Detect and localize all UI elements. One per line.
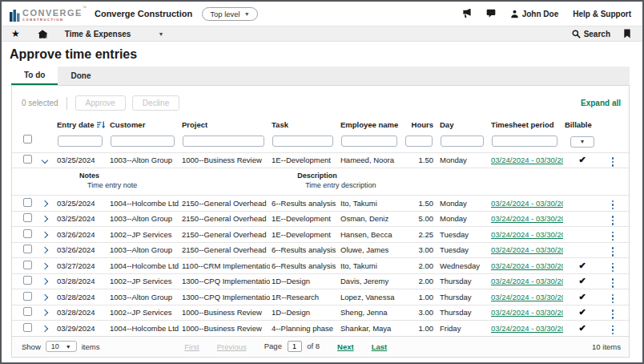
page-number-input[interactable] xyxy=(288,341,302,352)
column-header-employee-name[interactable]: Employee name xyxy=(339,119,403,131)
tab-done[interactable]: Done xyxy=(58,66,103,85)
user-menu[interactable]: John Doe xyxy=(510,10,559,18)
filter-timesheet-period[interactable] xyxy=(492,135,557,147)
column-header-task[interactable]: Task xyxy=(270,119,339,131)
timesheet-period-link[interactable]: 03/24/2024 - 03/30/2024 xyxy=(491,230,563,239)
table-row: 03/28/20241002--JP Services1000--Busines… xyxy=(12,305,629,321)
customer-cell: 1002--JP Services xyxy=(108,230,180,239)
column-header-billable[interactable]: Billable xyxy=(563,119,602,131)
row-checkbox[interactable] xyxy=(23,198,32,207)
expand-row-icon[interactable] xyxy=(42,263,48,269)
timesheet-period-link[interactable]: 03/24/2024 - 03/30/2024 xyxy=(491,214,563,223)
row-actions-menu[interactable] xyxy=(610,293,616,305)
row-checkbox[interactable] xyxy=(23,261,32,269)
search-button[interactable]: Search xyxy=(572,30,610,38)
timesheet-period-link[interactable]: 03/24/2024 - 03/30/2024 xyxy=(491,277,563,285)
row-checkbox[interactable] xyxy=(23,292,32,301)
employee-name-cell: Lopez, Vanessa xyxy=(339,293,403,301)
filter-customer[interactable] xyxy=(111,135,175,147)
bookmark-button[interactable] xyxy=(623,29,631,38)
expand-row-icon[interactable] xyxy=(42,326,48,332)
approve-button[interactable]: Approve xyxy=(75,95,126,111)
row-actions-menu[interactable] xyxy=(610,261,616,274)
timesheet-period-link[interactable]: 03/24/2024 - 03/30/2024 xyxy=(491,156,563,164)
timesheet-period-link[interactable]: 03/24/2024 - 03/30/2024 xyxy=(491,324,563,333)
pagination-bar: Show 10 ▼ items First Previous Page of 8… xyxy=(12,336,629,357)
row-actions-menu[interactable] xyxy=(610,308,616,321)
page-size-select[interactable]: 10 ▼ xyxy=(46,341,77,352)
scope-selector[interactable]: Top level ▼ xyxy=(202,7,257,21)
row-checkbox[interactable] xyxy=(23,229,32,238)
employee-name-cell: Osman, Deniz xyxy=(339,214,403,223)
first-page-link[interactable]: First xyxy=(184,342,199,351)
row-actions-menu[interactable] xyxy=(610,324,616,337)
row-checkbox[interactable] xyxy=(23,213,32,222)
customer-cell: 1003--Alton Group xyxy=(108,245,180,254)
column-header-project[interactable]: Project xyxy=(180,119,270,131)
column-header-day[interactable]: Day xyxy=(438,119,489,131)
entry-date-cell: 03/25/2024 xyxy=(55,199,108,208)
decline-button[interactable]: Decline xyxy=(132,95,179,111)
expand-row-icon[interactable] xyxy=(42,278,48,285)
filter-entry-date[interactable] xyxy=(58,135,103,147)
column-header-customer[interactable]: Customer xyxy=(108,119,180,131)
project-cell: 1300--CPQ Implementation xyxy=(180,277,270,285)
messages-button[interactable] xyxy=(486,9,496,18)
entry-date-cell: 03/25/2024 xyxy=(55,214,108,223)
row-actions-menu[interactable] xyxy=(610,214,616,227)
entry-date-cell: 03/28/2024 xyxy=(55,277,108,285)
chevron-down-icon: ▼ xyxy=(66,344,71,350)
column-header-hours[interactable]: Hours xyxy=(403,119,438,131)
previous-page-link[interactable]: Previous xyxy=(217,342,247,351)
timesheet-period-link[interactable]: 03/24/2024 - 03/30/2024 xyxy=(491,308,563,317)
expand-all-link[interactable]: Expand all xyxy=(581,99,621,107)
expand-row-icon[interactable] xyxy=(42,247,48,253)
row-actions-menu[interactable] xyxy=(610,199,616,212)
timesheet-period-link[interactable]: 03/24/2024 - 03/30/2024 xyxy=(491,293,563,301)
filter-day[interactable] xyxy=(441,135,484,147)
timesheet-period-link[interactable]: 03/24/2024 - 03/30/2024 xyxy=(491,199,563,208)
expand-row-icon[interactable] xyxy=(42,232,48,238)
collapse-row-icon[interactable] xyxy=(42,157,48,164)
table-row: 03/28/20241003--Alton Group1300--CPQ Imp… xyxy=(12,289,629,305)
expand-row-icon[interactable] xyxy=(42,200,48,207)
employee-name-cell: Oluwe, James xyxy=(339,245,403,254)
column-header-timesheet-period[interactable]: Timesheet period xyxy=(489,119,563,131)
next-page-link[interactable]: Next xyxy=(337,342,354,351)
home-button[interactable] xyxy=(38,30,47,38)
expanded-detail-row: NotesTime entry noteDescriptionTime entr… xyxy=(12,168,629,195)
announcements-button[interactable] xyxy=(461,9,472,18)
filter-hours[interactable] xyxy=(405,135,433,147)
row-actions-menu[interactable] xyxy=(610,230,616,243)
task-cell: 4--Planning phase xyxy=(270,324,339,333)
task-cell: 1D--Design xyxy=(270,277,339,285)
row-checkbox[interactable] xyxy=(23,307,32,316)
row-actions-menu[interactable] xyxy=(610,277,616,289)
home-icon xyxy=(38,30,47,38)
row-checkbox[interactable] xyxy=(23,323,32,332)
expand-row-icon[interactable] xyxy=(42,216,48,222)
help-support-link[interactable]: Help & Support xyxy=(573,10,631,18)
row-actions-menu[interactable] xyxy=(610,245,616,258)
column-header-entry-date[interactable]: Entry date xyxy=(55,119,108,131)
timesheet-period-link[interactable]: 03/24/2024 - 03/30/2024 xyxy=(491,245,563,254)
billable-check-icon: ✔ xyxy=(578,276,586,285)
last-page-link[interactable]: Last xyxy=(372,342,388,351)
row-actions-menu[interactable] xyxy=(610,156,616,168)
filter-billable-select[interactable]: ▼ xyxy=(570,136,594,148)
row-checkbox[interactable] xyxy=(23,155,32,164)
row-checkbox[interactable] xyxy=(23,245,32,253)
select-all-checkbox[interactable] xyxy=(23,135,32,144)
timesheet-period-link[interactable]: 03/24/2024 - 03/30/2024 xyxy=(491,261,563,270)
nav-menu-time-expenses[interactable]: Time & Expenses ▼ xyxy=(65,30,164,38)
tab-to-do[interactable]: To do xyxy=(11,66,58,85)
megaphone-icon xyxy=(461,9,472,18)
filter-employee-name[interactable] xyxy=(341,135,397,147)
entry-date-cell: 03/29/2024 xyxy=(55,324,108,333)
row-checkbox[interactable] xyxy=(23,276,32,285)
expand-row-icon[interactable] xyxy=(42,294,48,301)
filter-project[interactable] xyxy=(183,135,264,147)
filter-task[interactable] xyxy=(272,135,333,147)
favorites-star-icon[interactable]: ★ xyxy=(11,29,20,38)
expand-row-icon[interactable] xyxy=(42,309,48,316)
